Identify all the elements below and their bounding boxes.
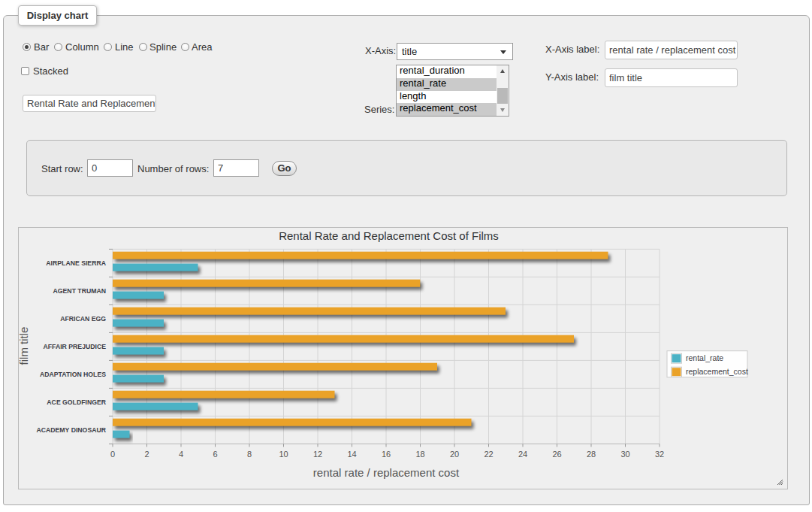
svg-text:10: 10 bbox=[279, 450, 288, 459]
svg-text:20: 20 bbox=[450, 450, 459, 459]
svg-text:22: 22 bbox=[484, 450, 493, 459]
svg-text:18: 18 bbox=[415, 450, 424, 459]
svg-text:AGENT TRUMAN: AGENT TRUMAN bbox=[53, 287, 106, 295]
svg-text:0: 0 bbox=[110, 450, 115, 459]
svg-text:28: 28 bbox=[587, 450, 596, 459]
svg-text:12: 12 bbox=[313, 450, 322, 459]
svg-text:ACADEMY DINOSAUR: ACADEMY DINOSAUR bbox=[36, 426, 106, 434]
svg-text:14: 14 bbox=[347, 450, 356, 459]
svg-text:rental_rate: rental_rate bbox=[686, 353, 723, 362]
svg-text:replacement_cost: replacement_cost bbox=[686, 367, 748, 376]
svg-text:24: 24 bbox=[518, 450, 527, 459]
svg-text:16: 16 bbox=[382, 450, 391, 459]
svg-text:2: 2 bbox=[144, 450, 149, 459]
svg-text:Rental Rate and Replacement Co: Rental Rate and Replacement Cost of Film… bbox=[279, 229, 499, 242]
svg-text:film title: film title bbox=[19, 327, 30, 365]
svg-text:4: 4 bbox=[179, 450, 183, 459]
svg-text:ADAPTATION HOLES: ADAPTATION HOLES bbox=[40, 371, 106, 378]
svg-text:AIRPLANE SIERRA: AIRPLANE SIERRA bbox=[46, 259, 106, 267]
svg-text:30: 30 bbox=[620, 450, 629, 459]
svg-text:8: 8 bbox=[247, 450, 252, 459]
svg-text:26: 26 bbox=[552, 450, 561, 459]
svg-text:AFFAIR PREJUDICE: AFFAIR PREJUDICE bbox=[43, 343, 106, 350]
svg-text:32: 32 bbox=[655, 450, 664, 459]
svg-text:6: 6 bbox=[213, 450, 217, 459]
svg-text:AFRICAN EGG: AFRICAN EGG bbox=[60, 315, 106, 323]
svg-text:ACE GOLDFINGER: ACE GOLDFINGER bbox=[47, 398, 106, 406]
svg-text:rental rate / replacement cost: rental rate / replacement cost bbox=[313, 466, 460, 479]
